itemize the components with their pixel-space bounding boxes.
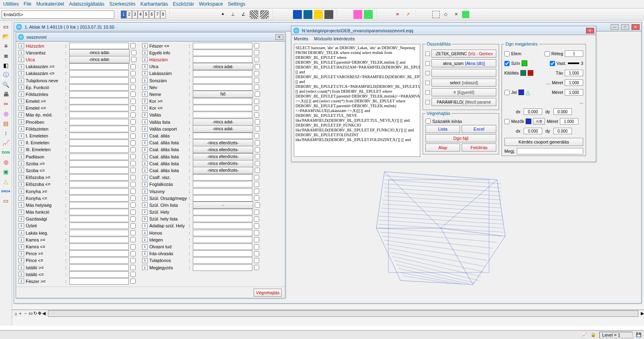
page-btn-6[interactable]: 6 bbox=[149, 10, 155, 19]
field-input[interactable] bbox=[69, 139, 129, 146]
composer-button[interactable]: akna_szam [Akna (db)] bbox=[431, 59, 496, 67]
reteg-input[interactable] bbox=[565, 50, 583, 57]
field-input[interactable] bbox=[69, 105, 129, 111]
tool-blank-icon[interactable]: ▭ bbox=[2, 22, 10, 31]
map-canvas[interactable] bbox=[368, 164, 513, 293]
field-checkbox[interactable] bbox=[254, 43, 259, 48]
info-icon[interactable]: i bbox=[19, 210, 24, 215]
field-input[interactable] bbox=[193, 209, 252, 215]
reteg-checkbox[interactable] bbox=[545, 51, 550, 56]
menu-adatszolgaltatas[interactable]: Adatszolgáltatás bbox=[69, 1, 104, 7]
info-icon[interactable]: i bbox=[19, 202, 24, 208]
info-icon[interactable]: i bbox=[19, 272, 24, 277]
field-checkbox[interactable] bbox=[130, 244, 136, 250]
field-input[interactable] bbox=[193, 264, 252, 271]
dx-input[interactable] bbox=[524, 108, 542, 115]
field-input[interactable] bbox=[69, 257, 129, 264]
composer-button[interactable]: PARAMFIELD( [Mező paramé bbox=[431, 98, 496, 106]
field-checkbox[interactable] bbox=[130, 279, 136, 284]
tool-search-icon[interactable]: 🔍 bbox=[2, 80, 10, 89]
field-input[interactable] bbox=[193, 230, 252, 236]
dgnfajl-button[interactable]: Dgn fájl bbox=[425, 134, 496, 142]
info-icon[interactable]: i bbox=[19, 161, 24, 166]
field-checkbox[interactable] bbox=[255, 161, 260, 166]
field-input[interactable] bbox=[69, 216, 129, 222]
info-icon[interactable]: i bbox=[142, 244, 148, 250]
field-checkbox[interactable] bbox=[254, 133, 259, 139]
info-icon[interactable]: i bbox=[19, 112, 24, 118]
sql-textarea[interactable]: SELECT hazszam, 'abc' as DEBORV_Lakas, '… bbox=[294, 44, 420, 157]
field-select[interactable]: -nincs ellenőrzés- bbox=[193, 146, 253, 153]
field-checkbox[interactable] bbox=[254, 106, 259, 111]
page-btn-4[interactable]: 4 bbox=[138, 10, 143, 19]
field-checkbox[interactable] bbox=[255, 168, 260, 173]
delete-x-icon[interactable]: ✕ bbox=[393, 10, 402, 19]
field-checkbox[interactable] bbox=[254, 78, 259, 83]
field-checkbox[interactable] bbox=[130, 182, 136, 187]
sel-shape-icon[interactable]: ◇ bbox=[441, 10, 450, 19]
field-input[interactable] bbox=[69, 202, 129, 208]
field-checkbox[interactable] bbox=[130, 202, 136, 208]
field-checkbox[interactable] bbox=[130, 43, 136, 48]
field-select[interactable]: -nincs adat- bbox=[193, 125, 253, 133]
alap-button[interactable]: Alap bbox=[425, 144, 460, 152]
vast-checkbox[interactable] bbox=[550, 61, 555, 66]
view-yellow-icon[interactable] bbox=[314, 10, 323, 19]
menu-file[interactable]: File bbox=[24, 1, 31, 7]
page-btn-5[interactable]: 5 bbox=[143, 10, 149, 19]
status-graph-icon[interactable]: 📈 bbox=[582, 332, 587, 337]
field-input[interactable] bbox=[69, 112, 129, 118]
ruler-rot-icon[interactable]: ↻ bbox=[33, 311, 37, 316]
status-save-icon[interactable]: 💾 bbox=[636, 332, 642, 337]
field-input[interactable] bbox=[69, 167, 129, 174]
field-input[interactable] bbox=[69, 250, 129, 257]
field-select[interactable]: -nincs adat- bbox=[69, 56, 130, 63]
sel-green-icon[interactable] bbox=[462, 11, 469, 18]
menu-munkaterulet[interactable]: Munkaterület bbox=[36, 1, 64, 7]
composer-checkbox[interactable] bbox=[425, 71, 430, 75]
export-icon[interactable]: ↗ bbox=[403, 10, 412, 19]
info-icon[interactable]: i bbox=[19, 168, 24, 173]
field-checkbox[interactable] bbox=[130, 265, 136, 270]
info-icon[interactable]: i bbox=[19, 92, 24, 97]
tool-greenbox-icon[interactable]: ▣ bbox=[2, 167, 10, 176]
info-icon[interactable]: i bbox=[142, 202, 148, 208]
tool-target-icon[interactable]: ◎ bbox=[2, 158, 10, 166]
field-checkbox[interactable] bbox=[130, 119, 136, 125]
info-icon[interactable]: i bbox=[142, 99, 148, 104]
min-button[interactable]: — bbox=[611, 24, 619, 30]
tav-input[interactable] bbox=[565, 70, 583, 76]
tool-print-icon[interactable]: 🖶 bbox=[2, 90, 10, 99]
dy-input[interactable] bbox=[553, 108, 572, 115]
field-checkbox[interactable] bbox=[254, 189, 259, 194]
info-icon[interactable]: i bbox=[142, 161, 148, 166]
dy-input2[interactable] bbox=[553, 128, 572, 134]
ruler-right-icon[interactable]: ▶ bbox=[641, 311, 644, 316]
field-input[interactable] bbox=[193, 84, 252, 91]
info-icon[interactable]: i bbox=[142, 126, 148, 131]
field-input[interactable] bbox=[193, 98, 252, 104]
field-input[interactable] bbox=[69, 271, 129, 278]
info-icon[interactable]: i bbox=[142, 175, 148, 180]
tool-open-icon[interactable]: 📂 bbox=[2, 32, 10, 41]
menu-eszkoztar[interactable]: Eszköztár bbox=[173, 1, 194, 7]
field-input[interactable] bbox=[69, 160, 129, 167]
tool-cube-icon[interactable]: ◧ bbox=[2, 61, 10, 70]
menu-workspace[interactable]: Workspace bbox=[199, 1, 223, 7]
field-select[interactable]: -nincs ellenőrzés- bbox=[193, 167, 253, 174]
info-icon[interactable]: i bbox=[19, 85, 24, 90]
info-icon[interactable]: i bbox=[142, 265, 148, 270]
field-checkbox[interactable] bbox=[130, 230, 136, 235]
tool-redbox-icon[interactable]: ▭ bbox=[2, 196, 10, 205]
sel-cross-icon[interactable]: ⨯ bbox=[452, 10, 460, 19]
info-icon[interactable]: i bbox=[142, 147, 148, 152]
tool-tri-icon[interactable]: △ bbox=[2, 177, 10, 186]
info-icon[interactable]: i bbox=[142, 50, 148, 55]
info-icon[interactable]: i bbox=[142, 85, 148, 90]
ellipsis1[interactable]: ... bbox=[547, 80, 550, 85]
field-checkbox[interactable] bbox=[130, 223, 136, 229]
snap-icon[interactable]: ✦ bbox=[218, 10, 227, 19]
field-checkbox[interactable] bbox=[130, 195, 136, 201]
info-icon[interactable]: i bbox=[19, 182, 24, 187]
field-select[interactable]: -nincs ellenőrzés- bbox=[193, 160, 253, 167]
